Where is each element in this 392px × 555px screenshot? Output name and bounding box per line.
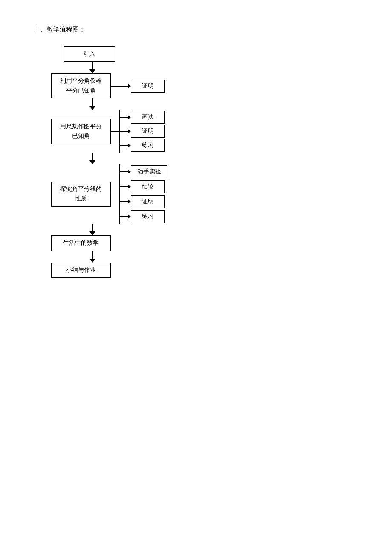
side-zhengming-1: 证明 <box>131 80 165 92</box>
side-dongshou: 动手实验 <box>131 165 167 178</box>
node-yiru: 引入 <box>64 46 115 62</box>
node-shenghuo: 生活中的数学 <box>51 235 111 251</box>
node-tangjiu: 探究角平分线的性质 <box>51 182 111 207</box>
side-zhengming-3: 证明 <box>131 195 165 208</box>
node-chigui: 用尺规作图平分已知角 <box>51 119 111 144</box>
side-lianxi-2: 练习 <box>131 210 165 223</box>
node-xiaojie: 小结与作业 <box>51 263 111 278</box>
side-lianxi-1: 练习 <box>131 139 165 152</box>
side-huafa: 画法 <box>131 111 165 124</box>
side-jielun: 结论 <box>131 180 165 193</box>
node-pingjiao: 利用平分角仪器平分已知角 <box>51 73 111 98</box>
side-zhengming-2: 证明 <box>131 125 165 138</box>
section-title: 十、教学流程图： <box>34 26 358 34</box>
